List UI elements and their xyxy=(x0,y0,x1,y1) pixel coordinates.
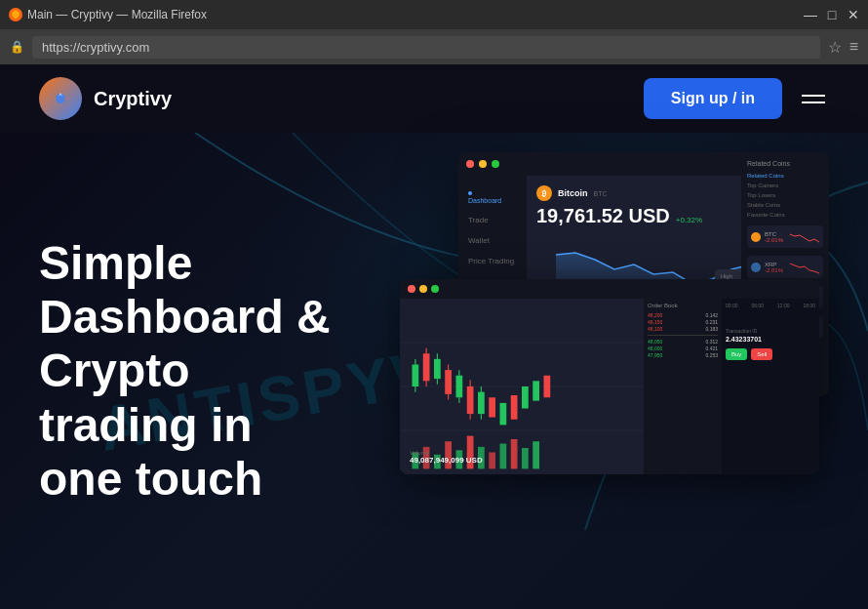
order-book-panel: Order Book 48,200 0.142 48,150 0.231 48,… xyxy=(644,299,722,474)
svg-rect-41 xyxy=(522,386,529,409)
btc-dot xyxy=(751,232,761,242)
browser-chrome: Main — Cryptivy — Mozilla Firefox — □ ✕ … xyxy=(0,0,868,64)
ob-sell-price-3: 48,100 xyxy=(648,326,662,332)
time-3: 12:00 xyxy=(777,303,790,308)
close-button[interactable]: ✕ xyxy=(847,8,860,21)
tx-value: 2.43233701 xyxy=(726,336,815,343)
hamburger-line-2 xyxy=(802,102,825,103)
svg-rect-54 xyxy=(522,448,529,468)
website-content: Cryptivy Sign up / in xyxy=(0,64,868,609)
sidebar-active-dot xyxy=(468,191,472,195)
ob-sell-price-2: 48,150 xyxy=(648,319,662,325)
sidebar-label-price: Price Trading xyxy=(468,257,514,265)
sidebar-label-dashboard: Dashboard xyxy=(468,197,501,204)
time-4: 18:00 xyxy=(803,303,815,308)
sidebar-item-price: Price Trading xyxy=(458,251,527,271)
browser-menu-icon[interactable]: ≡ xyxy=(849,38,858,56)
logo-icon xyxy=(39,77,82,120)
ob-sell-size-3: 0.183 xyxy=(705,326,718,332)
hero-title-line1: Simple xyxy=(39,237,192,289)
ob-divider xyxy=(648,335,718,336)
firefox-icon xyxy=(8,7,23,22)
bottom-info: Transaction ID 2.43233701 Buy Sell xyxy=(726,328,815,360)
ob-sell-price-1: 48,200 xyxy=(648,312,662,318)
hero-title: Simple Dashboard & Crypto trading in one… xyxy=(39,236,371,506)
svg-rect-52 xyxy=(500,444,507,469)
trading-chart-area: Volume 49,087,949,099 USD xyxy=(400,299,644,474)
tx-label: Transaction ID xyxy=(726,328,815,334)
svg-rect-42 xyxy=(533,381,539,400)
ob-buy-size-1: 0.312 xyxy=(705,339,718,345)
btc-change: -2.01% xyxy=(765,237,786,243)
xrp-dot xyxy=(751,263,761,272)
related-item-top-losers: Top Losers xyxy=(747,192,823,198)
hero-title-line3: Crypto xyxy=(39,345,190,396)
svg-rect-53 xyxy=(511,439,518,468)
title-bar-left: Main — Cryptivy — Mozilla Firefox xyxy=(8,7,207,22)
trading-window: Volume 49,087,949,099 USD Order Book 48,… xyxy=(400,279,819,474)
related-coin-xrp: XRP -2.01% xyxy=(747,256,823,278)
browser-title: Main — Cryptivy — Mozilla Firefox xyxy=(27,8,207,21)
xrp-info: XRP -2.01% xyxy=(765,262,786,273)
window-dot-yellow xyxy=(479,160,487,168)
ob-sell-size-1: 0.142 xyxy=(705,312,718,318)
related-coin-btc: BTC -2.01% xyxy=(747,225,823,248)
order-book-title: Order Book xyxy=(648,303,718,308)
btc-info: BTC -2.01% xyxy=(765,231,786,243)
xrp-mini-chart xyxy=(790,260,819,274)
nav-right: Sign up / in xyxy=(644,78,829,119)
trading-dot-red xyxy=(408,285,415,293)
related-item-top-gainers: Top Gainers xyxy=(747,183,823,188)
svg-rect-43 xyxy=(544,376,551,398)
svg-rect-51 xyxy=(489,453,495,469)
trading-dot-yellow xyxy=(419,285,427,293)
maximize-button[interactable]: □ xyxy=(825,8,839,21)
ob-row-buy-1: 48,050 0.312 xyxy=(648,339,718,345)
svg-point-2 xyxy=(56,94,65,103)
lock-icon: 🔒 xyxy=(10,40,24,54)
related-item-stable: Stable Coins xyxy=(747,202,823,208)
xrp-change: -2.01% xyxy=(765,267,786,273)
minimize-button[interactable]: — xyxy=(804,8,817,21)
svg-rect-40 xyxy=(511,395,518,420)
ob-row-buy-3: 47,950 0.253 xyxy=(648,352,718,358)
trading-title-bar xyxy=(400,279,819,299)
buy-button[interactable]: Buy xyxy=(726,348,747,360)
signup-button[interactable]: Sign up / in xyxy=(644,78,782,119)
address-bar-icons: 🔒 xyxy=(10,40,24,54)
hamburger-line-1 xyxy=(802,95,825,97)
trading-info-panel: 00:00 06:00 12:00 18:00 Transaction ID 2… xyxy=(722,299,819,474)
svg-rect-39 xyxy=(500,403,507,426)
sell-button[interactable]: Sell xyxy=(751,348,772,360)
navbar: Cryptivy Sign up / in xyxy=(0,64,868,133)
ob-buy-size-3: 0.253 xyxy=(705,352,718,358)
url-input[interactable] xyxy=(32,36,820,59)
related-item-selected: Related Coins xyxy=(747,173,823,179)
svg-rect-38 xyxy=(489,397,495,417)
crypto-price: 19,761.52 USD xyxy=(536,205,670,227)
crypto-name: Bitcoin xyxy=(558,188,588,198)
volume-value-text: 49,087,949,099 USD xyxy=(410,456,483,465)
svg-rect-32 xyxy=(467,386,474,414)
sidebar-item-dashboard: Dashboard xyxy=(458,185,527,210)
hamburger-menu-button[interactable] xyxy=(798,91,829,107)
svg-rect-26 xyxy=(445,370,452,394)
hero-title-line4: trading in xyxy=(39,399,253,451)
ob-row-sell-1: 48,200 0.142 xyxy=(648,312,718,318)
hero-section: ANTISPYWARE.COM Simple Dashboard & Crypt… xyxy=(0,133,868,609)
ob-buy-size-2: 0.421 xyxy=(705,345,718,351)
sidebar-item-wallet: Wallet xyxy=(458,230,527,251)
svg-rect-55 xyxy=(533,441,539,468)
bookmark-icon[interactable]: ☆ xyxy=(828,38,842,57)
trading-dot-green xyxy=(431,285,439,293)
hero-title-line5: one touch xyxy=(39,453,262,505)
dashboard-preview: Dashboard Trade Wallet Price Trading Bid xyxy=(400,152,868,523)
related-item-favorite: Favorite Coins xyxy=(747,212,823,218)
ob-sell-size-2: 0.231 xyxy=(705,319,718,325)
action-buttons: Buy Sell xyxy=(726,348,815,360)
ob-buy-price-3: 47,950 xyxy=(648,352,662,358)
related-panel-title: Related Coins xyxy=(747,160,823,167)
sidebar-label-trade: Trade xyxy=(468,216,489,224)
time-labels: 00:00 06:00 12:00 18:00 xyxy=(726,303,815,308)
crypto-change: +0.32% xyxy=(676,216,702,224)
